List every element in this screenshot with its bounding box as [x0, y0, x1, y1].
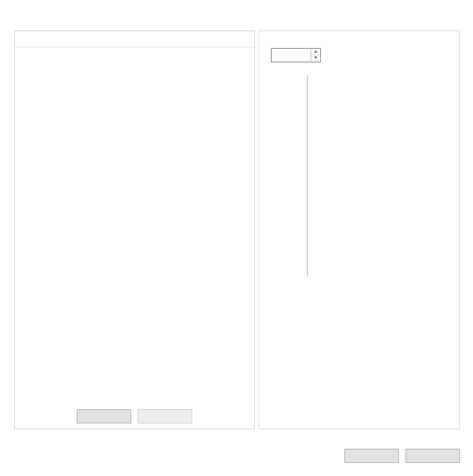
- memory-spinner[interactable]: ▲ ▼: [271, 48, 321, 62]
- help-button[interactable]: [405, 449, 460, 463]
- memory-scale: [267, 71, 452, 279]
- memory-tick-labels: [267, 71, 300, 279]
- spinner-up-icon[interactable]: ▲: [311, 49, 320, 55]
- device-list-header: [15, 31, 254, 47]
- memory-value-input[interactable]: [272, 49, 311, 62]
- memory-legend: [319, 71, 452, 279]
- memory-slider-track[interactable]: [302, 71, 316, 279]
- remove-device-button: [138, 409, 192, 423]
- dialog-buttons: [0, 449, 473, 463]
- device-list: [15, 47, 254, 404]
- memory-groupbox: ▲ ▼: [259, 31, 460, 429]
- device-list-panel: [14, 31, 255, 429]
- content-area: ▲ ▼: [14, 31, 460, 429]
- add-device-button[interactable]: [77, 409, 131, 423]
- device-buttons: [15, 404, 254, 429]
- spinner-down-icon[interactable]: ▼: [311, 55, 320, 61]
- hardware-settings-window: ▲ ▼: [0, 0, 473, 476]
- memory-settings-panel: ▲ ▼: [259, 31, 460, 429]
- close-button[interactable]: [344, 449, 399, 463]
- titlebar: [0, 1, 473, 19]
- memory-input-row: ▲ ▼: [267, 48, 452, 62]
